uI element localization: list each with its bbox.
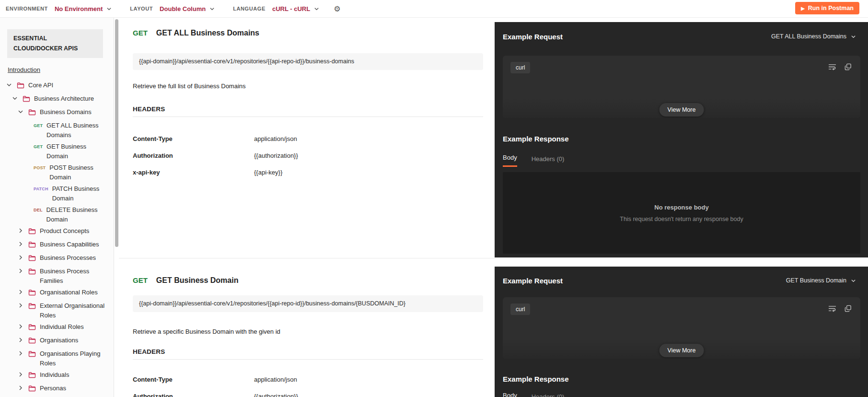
copy-icon[interactable] — [845, 305, 852, 312]
request-description: Retrieve the full list of Business Domai… — [133, 82, 483, 92]
wrap-text-icon[interactable] — [828, 305, 836, 312]
section-divider — [119, 258, 495, 258]
header-name: Authorization — [133, 392, 254, 397]
sidebar-item-label: POST Business Domain — [49, 163, 108, 182]
curl-code-block: curl curl --location -g '{{api-domain}}/… — [503, 56, 860, 118]
tab-headers[interactable]: Headers (0) — [532, 155, 565, 167]
tab-body[interactable]: Body — [503, 392, 517, 397]
chevron-down-icon[interactable] — [209, 6, 215, 12]
section-get-business-domain: GET GET Business Domain {{api-domain}}/a… — [133, 276, 483, 397]
language-selector[interactable]: cURL - cURL — [272, 5, 310, 12]
doc-column: GET GET ALL Business Domains {{api-domai… — [119, 18, 495, 397]
sidebar-item[interactable]: Product Concepts — [0, 224, 114, 238]
tab-headers[interactable]: Headers (0) — [532, 393, 565, 397]
folder-icon — [28, 350, 36, 357]
sidebar-item[interactable]: GET GET Business Domain — [0, 140, 114, 161]
introduction-link[interactable]: Introduction — [8, 66, 40, 73]
top-toolbar: ENVIRONMENT No Environment LAYOUT Double… — [0, 0, 868, 18]
chevron-right-icon[interactable] — [18, 241, 24, 247]
layout-label: LAYOUT — [130, 6, 153, 12]
chevron-right-icon[interactable] — [12, 95, 19, 101]
sidebar-scrollbar[interactable] — [115, 19, 118, 247]
view-more-button[interactable]: View More — [660, 103, 704, 117]
language-label: LANGUAGE — [233, 6, 266, 12]
sidebar-item[interactable]: GET GET ALL Business Domains — [0, 119, 114, 140]
gear-icon[interactable]: ⚙ — [334, 4, 340, 13]
chevron-right-icon[interactable] — [18, 109, 24, 115]
sidebar-item-label: Business Capabilities — [40, 240, 108, 249]
sidebar-item-label: Business Domains — [40, 107, 108, 117]
example-panel-1: Example Request GET ALL Business Domains… — [495, 22, 868, 257]
curl-language-tab[interactable]: curl — [510, 304, 530, 315]
chevron-right-icon[interactable] — [18, 372, 24, 377]
chevron-right-icon[interactable] — [18, 228, 24, 234]
chevron-right-icon[interactable] — [18, 350, 24, 356]
chevron-right-icon[interactable] — [18, 268, 24, 274]
sidebar-item[interactable]: Organisations — [0, 334, 114, 347]
sidebar-item[interactable]: DEL DELETE Business Domain — [0, 203, 114, 224]
method-badge: GET — [34, 142, 43, 152]
sidebar-item-label: Organisations — [40, 336, 108, 345]
view-more-button[interactable]: View More — [660, 344, 704, 357]
chevron-right-icon[interactable] — [18, 337, 24, 343]
chevron-right-icon[interactable] — [18, 303, 24, 308]
chevron-right-icon[interactable] — [18, 255, 24, 260]
header-row: x-api-key {{api-key}} — [133, 168, 483, 177]
chevron-right-icon[interactable] — [6, 82, 13, 88]
example-selector[interactable]: GET Business Domain — [786, 277, 856, 284]
folder-icon — [28, 337, 36, 344]
sidebar-item[interactable]: Organisational Roles — [0, 286, 114, 299]
sidebar-item[interactable]: Organisations Playing Roles — [0, 347, 114, 368]
tab-body[interactable]: Body — [503, 154, 517, 167]
chevron-right-icon[interactable] — [18, 385, 24, 391]
copy-icon[interactable] — [845, 63, 852, 70]
example-request-heading: Example Request — [503, 277, 563, 285]
sidebar: ESSENTIAL CLOUD/DOCKER APIS Introduction… — [0, 18, 114, 397]
header-row: Authorization {{authorization}} — [133, 151, 483, 161]
sidebar-item[interactable]: Core API — [0, 79, 114, 92]
sidebar-item[interactable]: Business Processes — [0, 251, 114, 265]
section-get-all-business-domains: GET GET ALL Business Domains {{api-domai… — [133, 29, 483, 177]
headers-heading: HEADERS — [133, 105, 483, 117]
sidebar-item[interactable]: Individual Roles — [0, 320, 114, 334]
curl-language-tab[interactable]: curl — [510, 62, 530, 73]
chevron-down-icon[interactable] — [314, 6, 319, 12]
sidebar-item[interactable]: Business Architecture — [0, 92, 114, 105]
example-selector[interactable]: GET ALL Business Domains — [771, 33, 856, 40]
sidebar-item[interactable]: POST POST Business Domain — [0, 161, 114, 182]
sidebar-item[interactable]: Individuals — [0, 368, 114, 382]
sidebar-item[interactable]: Personas — [0, 382, 114, 395]
chevron-right-icon[interactable] — [18, 324, 24, 329]
example-panel-2: Example Request GET Business Domain curl… — [495, 267, 868, 397]
sidebar-tree: Core API Business Architecture Busin — [0, 79, 114, 397]
sidebar-item[interactable]: Business Domains — [0, 105, 114, 119]
sidebar-item-label: Core API — [28, 81, 108, 90]
chevron-right-icon[interactable] — [18, 289, 24, 295]
run-in-postman-button[interactable]: ▶ Run in Postman — [795, 2, 859, 14]
chevron-down-icon — [851, 34, 856, 39]
folder-icon — [23, 95, 30, 102]
environment-selector[interactable]: No Environment — [55, 5, 103, 12]
method-badge: DEL — [34, 205, 43, 215]
example-request-heading: Example Request — [503, 33, 563, 41]
sidebar-item[interactable]: External Organisational Roles — [0, 299, 114, 320]
example-column: Example Request GET ALL Business Domains… — [495, 18, 868, 397]
sidebar-item[interactable]: Individuals Playing Roles — [0, 395, 114, 397]
headers-table: Content-Type application/json Authorizat… — [133, 134, 483, 177]
header-value: {{api-key}} — [254, 168, 282, 177]
folder-icon — [28, 324, 36, 330]
header-name: Content-Type — [133, 375, 254, 385]
header-row: Authorization {{authorization}} — [133, 392, 483, 397]
chevron-down-icon[interactable] — [106, 6, 112, 12]
request-url: {{api-domain}}/api/essential-core/v1/rep… — [133, 53, 483, 70]
wrap-text-icon[interactable] — [828, 63, 836, 70]
sidebar-item-label: External Organisational Roles — [40, 301, 108, 320]
sidebar-item[interactable]: Business Capabilities — [0, 238, 114, 251]
folder-icon — [28, 109, 36, 116]
sidebar-item[interactable]: Business Process Families — [0, 265, 114, 286]
folder-icon — [28, 385, 36, 392]
sidebar-item-label: GET Business Domain — [46, 142, 108, 161]
folder-icon — [28, 289, 36, 296]
layout-selector[interactable]: Double Column — [160, 5, 206, 12]
sidebar-item[interactable]: PATCH PATCH Business Domain — [0, 182, 114, 203]
